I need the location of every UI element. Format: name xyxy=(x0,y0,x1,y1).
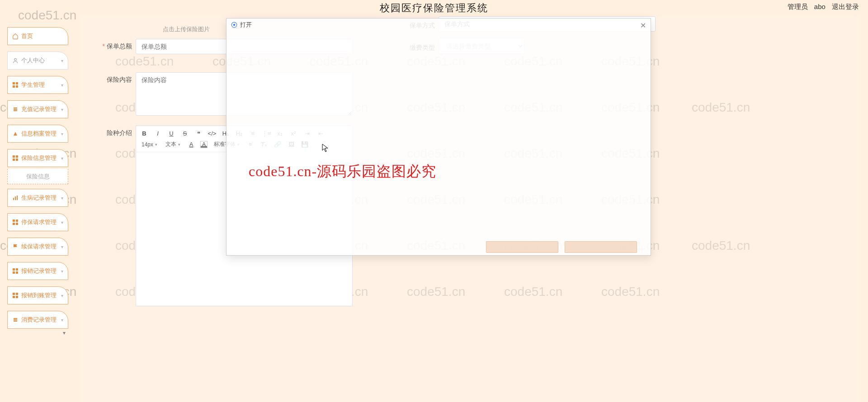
chevron-down-icon: ▾ xyxy=(61,58,63,63)
nav-label: 报销记录管理 xyxy=(21,267,57,275)
svg-rect-2 xyxy=(16,82,18,84)
chevron-down-icon: ▾ xyxy=(61,131,63,136)
dialog-cancel-button[interactable] xyxy=(565,241,637,253)
nav-label: 停保请求管理 xyxy=(21,218,57,226)
chevron-down-icon: ▾ xyxy=(61,293,63,298)
nav-label: 消费记录管理 xyxy=(21,316,57,324)
svg-rect-9 xyxy=(16,155,18,158)
watermark-overlay-text: code51.cn-源码乐园盗图必究 xyxy=(249,162,436,182)
chrome-icon xyxy=(231,22,237,28)
chevron-down-icon: ▾ xyxy=(61,318,63,323)
dialog-body[interactable] xyxy=(226,31,651,239)
nav-insurance[interactable]: 保险信息管理 ▾ xyxy=(7,149,68,167)
svg-rect-11 xyxy=(16,159,18,161)
grid-icon xyxy=(12,219,19,225)
fontcolor-icon[interactable]: A xyxy=(187,140,196,149)
nav-reimburse[interactable]: 报销记录管理 ▾ xyxy=(7,262,68,280)
svg-rect-20 xyxy=(16,268,18,271)
bgcolor-icon[interactable]: A xyxy=(200,141,208,148)
underline-icon[interactable]: U xyxy=(167,129,176,138)
svg-rect-12 xyxy=(13,198,14,200)
dialog-footer xyxy=(226,239,651,255)
nav-profile[interactable]: 个人中心 ▾ xyxy=(7,51,68,70)
chevron-down-icon: ▾ xyxy=(61,244,63,249)
nav-stop[interactable]: 停保请求管理 ▾ xyxy=(7,213,68,231)
dialog-title-text: 打开 xyxy=(240,21,252,29)
nav-label: 充值记录管理 xyxy=(21,105,57,113)
chevron-down-icon: ▾ xyxy=(61,83,63,88)
svg-rect-21 xyxy=(13,271,15,274)
svg-rect-14 xyxy=(17,196,18,200)
svg-point-31 xyxy=(233,24,236,26)
bold-icon[interactable]: B xyxy=(140,129,149,138)
grid-icon xyxy=(12,82,19,88)
svg-rect-19 xyxy=(13,268,15,271)
svg-rect-24 xyxy=(16,293,18,295)
nav-arrival[interactable]: 报销到账管理 ▾ xyxy=(7,286,68,304)
list-icon xyxy=(12,106,19,112)
home-icon xyxy=(12,33,19,39)
user-icon xyxy=(12,57,19,64)
intro-label: 险种介绍 xyxy=(99,126,136,137)
svg-rect-17 xyxy=(13,223,15,225)
triangle-icon xyxy=(12,131,19,137)
app-title: 校园医疗保险管理系统 xyxy=(0,1,868,15)
italic-icon[interactable]: I xyxy=(153,129,162,138)
nav-student[interactable]: 学生管理 ▾ xyxy=(7,76,68,94)
svg-rect-18 xyxy=(16,223,18,225)
svg-rect-22 xyxy=(16,271,18,274)
svg-rect-8 xyxy=(13,155,15,158)
code-icon[interactable]: </> xyxy=(208,129,217,138)
chevron-down-icon: ▾ xyxy=(61,269,63,274)
svg-rect-23 xyxy=(13,293,15,295)
flag-icon xyxy=(12,243,19,250)
nav-label: 续保请求管理 xyxy=(21,243,57,251)
list-icon xyxy=(12,317,19,323)
grid-icon xyxy=(12,155,19,161)
svg-rect-26 xyxy=(16,296,18,298)
nav-label: 首页 xyxy=(21,32,33,40)
chart-icon xyxy=(12,195,19,201)
fontsize-select[interactable]: 14px▾ xyxy=(140,140,159,149)
dialog-open-button[interactable] xyxy=(486,241,558,253)
strike-icon[interactable]: S xyxy=(180,129,189,138)
dialog-titlebar[interactable]: 打开 ✕ xyxy=(226,19,651,31)
nav-archive[interactable]: 信息档案管理 ▾ xyxy=(7,125,68,143)
text-select[interactable]: 文本▾ xyxy=(164,140,182,149)
user-name: abo xyxy=(814,3,826,10)
svg-point-0 xyxy=(14,58,17,61)
scroll-indicator[interactable]: ▾ xyxy=(7,330,68,336)
svg-rect-15 xyxy=(13,220,15,222)
svg-rect-1 xyxy=(13,82,15,84)
nav-label: 个人中心 xyxy=(21,56,45,65)
nav-renew[interactable]: 续保请求管理 ▾ xyxy=(7,238,68,256)
nav-insurance-sub[interactable]: 保险信息 xyxy=(7,169,68,184)
mouse-cursor xyxy=(322,144,328,153)
svg-rect-13 xyxy=(15,196,16,200)
sidebar: 首页 个人中心 ▾ 学生管理 ▾ 充值记录管理 ▾ 信息档案管理 ▾ 保险信息管… xyxy=(7,27,68,336)
chevron-down-icon: ▾ xyxy=(61,156,63,161)
nav-label: 学生管理 xyxy=(21,81,45,89)
svg-rect-25 xyxy=(13,296,15,298)
nav-label: 信息档案管理 xyxy=(21,130,57,138)
svg-rect-10 xyxy=(13,159,15,161)
chevron-down-icon: ▾ xyxy=(61,220,63,225)
grid-icon xyxy=(12,268,19,274)
chevron-down-icon: ▾ xyxy=(61,196,63,201)
svg-rect-16 xyxy=(16,220,18,222)
nav-recharge[interactable]: 充值记录管理 ▾ xyxy=(7,100,68,118)
header-user-area: 管理员 abo 退出登录 xyxy=(783,3,859,11)
nav-sick[interactable]: 生病记录管理 ▾ xyxy=(7,189,68,207)
nav-home[interactable]: 首页 xyxy=(7,27,68,45)
amount-label: 保单总额 xyxy=(99,39,136,51)
logout-link[interactable]: 退出登录 xyxy=(832,3,859,10)
close-icon[interactable]: ✕ xyxy=(640,21,646,30)
nav-label: 保险信息管理 xyxy=(21,154,57,162)
nav-consume[interactable]: 消费记录管理 ▾ xyxy=(7,311,68,329)
content-label: 保险内容 xyxy=(99,72,136,84)
chevron-down-icon: ▾ xyxy=(61,107,63,112)
app-header: 校园医疗保险管理系统 管理员 abo 退出登录 xyxy=(0,0,868,16)
user-role: 管理员 xyxy=(788,3,808,10)
grid-icon xyxy=(12,292,19,299)
quote-icon[interactable]: ❝ xyxy=(194,129,203,138)
